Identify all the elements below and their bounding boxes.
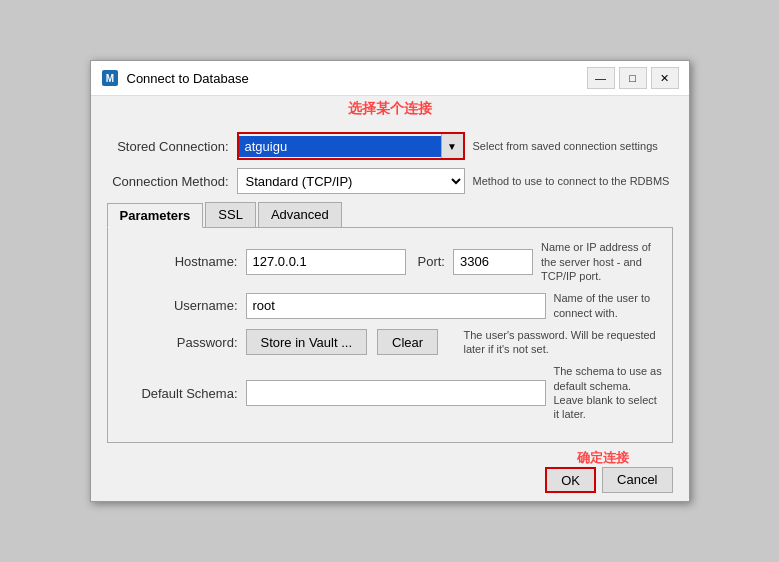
dialog-title: Connect to Database — [127, 71, 587, 86]
svg-text:M: M — [105, 73, 113, 84]
port-label: Port: — [418, 254, 445, 269]
cancel-button[interactable]: Cancel — [602, 467, 672, 493]
username-hint: Name of the user to connect with. — [554, 291, 664, 320]
tab-advanced[interactable]: Advanced — [258, 202, 342, 227]
password-label: Password: — [116, 335, 246, 350]
clear-password-button[interactable]: Clear — [377, 329, 438, 355]
parameter-tabs: Parameters SSL Advanced — [107, 202, 673, 228]
minimize-button[interactable]: — — [587, 67, 615, 89]
stored-connection-control: ▼ — [237, 132, 465, 160]
username-row: Username: Name of the user to connect wi… — [116, 291, 664, 320]
connection-method-select[interactable]: Standard (TCP/IP) Local Socket/Pipe Stan… — [237, 168, 465, 194]
tab-ssl[interactable]: SSL — [205, 202, 256, 227]
hostname-hint: Name or IP address of the server host - … — [541, 240, 664, 283]
title-bar: M Connect to Database — □ ✕ — [91, 61, 689, 96]
stored-connection-row: Stored Connection: ▼ Select from saved c… — [107, 132, 673, 160]
stored-connection-hint: Select from saved connection settings — [473, 139, 673, 153]
hostname-control: Port: — [246, 249, 533, 275]
tab-content-parameters: Hostname: Port: Name or IP address of th… — [107, 228, 673, 442]
ok-button[interactable]: OK — [545, 467, 596, 493]
stored-connection-input[interactable] — [239, 136, 441, 157]
password-control: Store in Vault ... Clear — [246, 329, 456, 355]
default-schema-control — [246, 380, 546, 406]
hostname-row: Hostname: Port: Name or IP address of th… — [116, 240, 664, 283]
default-schema-input[interactable] — [246, 380, 546, 406]
username-control — [246, 293, 546, 319]
close-button[interactable]: ✕ — [651, 67, 679, 89]
confirm-annotation: 确定连接 — [577, 449, 629, 467]
connection-method-label: Connection Method: — [107, 174, 237, 189]
password-row: Password: Store in Vault ... Clear The u… — [116, 328, 664, 357]
default-schema-row: Default Schema: The schema to use as def… — [116, 364, 664, 421]
maximize-button[interactable]: □ — [619, 67, 647, 89]
password-hint: The user's password. Will be requested l… — [464, 328, 664, 357]
dialog-footer: 确定连接 OK Cancel — [91, 459, 689, 501]
store-in-vault-button[interactable]: Store in Vault ... — [246, 329, 368, 355]
username-label: Username: — [116, 298, 246, 313]
stored-connection-dropdown[interactable]: ▼ — [441, 134, 463, 158]
dialog-content: Stored Connection: ▼ Select from saved c… — [91, 122, 689, 458]
tab-parameters[interactable]: Parameters — [107, 203, 204, 228]
hostname-label: Hostname: — [116, 254, 246, 269]
stored-connection-wrapper: ▼ — [237, 132, 465, 160]
connection-method-hint: Method to use to connect to the RDBMS — [473, 174, 673, 188]
title-annotation: 选择某个连接 — [91, 96, 689, 122]
username-input[interactable] — [246, 293, 546, 319]
hostname-input[interactable] — [246, 249, 406, 275]
app-icon: M — [101, 69, 119, 87]
connection-method-control: Standard (TCP/IP) Local Socket/Pipe Stan… — [237, 168, 465, 194]
window-controls: — □ ✕ — [587, 67, 679, 89]
port-input[interactable] — [453, 249, 533, 275]
default-schema-label: Default Schema: — [116, 386, 246, 401]
default-schema-hint: The schema to use as default schema. Lea… — [554, 364, 664, 421]
connect-to-database-dialog: M Connect to Database — □ ✕ 选择某个连接 Store… — [90, 60, 690, 501]
stored-connection-label: Stored Connection: — [107, 139, 237, 154]
connection-method-row: Connection Method: Standard (TCP/IP) Loc… — [107, 168, 673, 194]
